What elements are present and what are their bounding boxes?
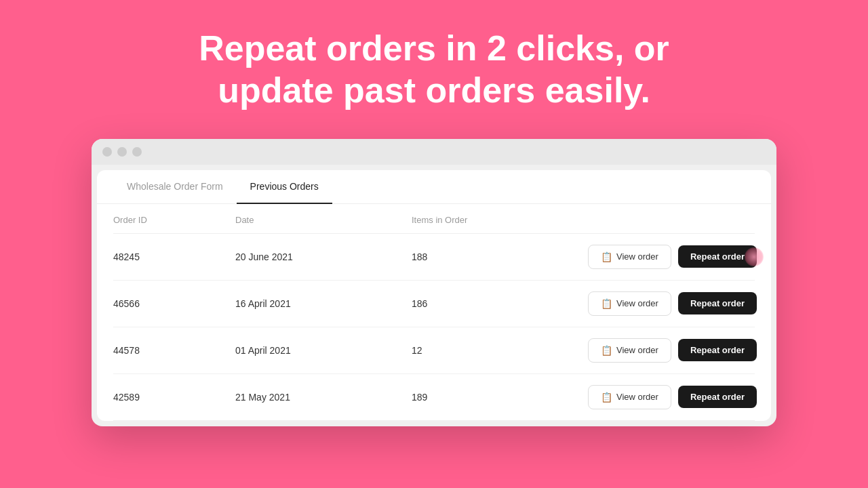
repeat-order-label: Repeat order	[690, 392, 745, 402]
table-row: 46566 16 April 2021 186 📋 View order Rep…	[113, 281, 755, 327]
repeat-order-button-42589[interactable]: Repeat order	[678, 386, 757, 408]
view-order-label: View order	[616, 345, 658, 355]
order-id-48245: 48245	[113, 251, 235, 262]
view-order-button-44578[interactable]: 📋 View order	[588, 338, 671, 363]
row-actions-46566: 📋 View order Repeat order	[588, 291, 757, 316]
header-actions	[588, 215, 755, 225]
tab-previous-orders-label: Previous Orders	[250, 181, 319, 192]
items-44578: 12	[412, 345, 588, 356]
tab-previous-orders[interactable]: Previous Orders	[237, 170, 332, 204]
date-44578: 01 April 2021	[235, 345, 412, 356]
repeat-order-label: Repeat order	[690, 345, 745, 355]
repeat-order-button-48245[interactable]: Repeat order	[678, 245, 757, 268]
view-order-button-46566[interactable]: 📋 View order	[588, 291, 671, 316]
date-42589: 21 May 2021	[235, 392, 412, 403]
browser-chrome	[92, 139, 776, 165]
browser-window: Wholesale Order Form Previous Orders Ord…	[92, 139, 776, 426]
row-actions-48245: 📋 View order Repeat order	[588, 245, 757, 269]
browser-dot-red	[102, 147, 112, 157]
view-order-label: View order	[616, 298, 658, 308]
click-cursor-effect	[745, 247, 764, 266]
view-order-button-48245[interactable]: 📋 View order	[588, 245, 671, 269]
tab-wholesale-label: Wholesale Order Form	[127, 181, 223, 192]
order-id-46566: 46566	[113, 298, 235, 309]
tab-wholesale[interactable]: Wholesale Order Form	[113, 170, 237, 204]
headline-line2: update past orders easily.	[199, 69, 669, 111]
repeat-order-button-44578[interactable]: Repeat order	[678, 339, 757, 361]
header-date: Date	[235, 215, 412, 225]
header-order-id: Order ID	[113, 215, 235, 225]
header-items: Items in Order	[412, 215, 588, 225]
table-row: 44578 01 April 2021 12 📋 View order Repe…	[113, 327, 755, 374]
repeat-order-label: Repeat order	[690, 251, 745, 262]
headline-line1: Repeat orders in 2 clicks, or	[199, 27, 669, 69]
view-order-button-42589[interactable]: 📋 View order	[588, 385, 671, 409]
row-actions-42589: 📋 View order Repeat order	[588, 385, 757, 409]
view-order-icon: 📋	[601, 392, 612, 403]
items-48245: 188	[412, 251, 588, 262]
items-42589: 189	[412, 392, 588, 403]
app-content: Wholesale Order Form Previous Orders Ord…	[97, 170, 771, 421]
order-id-42589: 42589	[113, 392, 235, 403]
table-row: 48245 20 June 2021 188 📋 View order Repe…	[113, 234, 755, 281]
date-48245: 20 June 2021	[235, 251, 412, 262]
browser-dot-yellow	[117, 147, 127, 157]
row-actions-44578: 📋 View order Repeat order	[588, 338, 757, 363]
main-headline: Repeat orders in 2 clicks, or update pas…	[199, 27, 669, 112]
repeat-order-label: Repeat order	[690, 298, 745, 308]
table-row: 42589 21 May 2021 189 📋 View order Repea…	[113, 374, 755, 421]
view-order-icon: 📋	[601, 251, 612, 262]
browser-dot-green	[132, 147, 142, 157]
view-order-icon: 📋	[601, 345, 612, 356]
view-order-label: View order	[616, 392, 658, 402]
view-order-label: View order	[616, 251, 658, 262]
repeat-order-button-46566[interactable]: Repeat order	[678, 292, 757, 314]
order-id-44578: 44578	[113, 345, 235, 356]
tabs-bar: Wholesale Order Form Previous Orders	[97, 170, 771, 204]
items-46566: 186	[412, 298, 588, 309]
table-header: Order ID Date Items in Order	[113, 204, 755, 234]
view-order-icon: 📋	[601, 298, 612, 309]
orders-table: Order ID Date Items in Order 48245 20 Ju…	[97, 204, 771, 421]
date-46566: 16 April 2021	[235, 298, 412, 309]
